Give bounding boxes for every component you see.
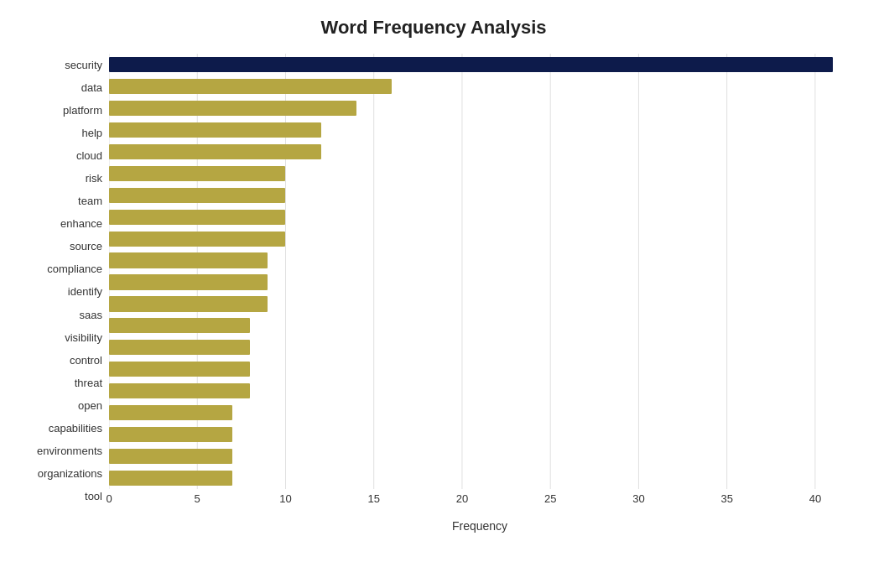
y-label-platform: platform — [63, 105, 102, 116]
y-label-compliance: compliance — [47, 263, 102, 274]
y-label-identify: identify — [68, 286, 102, 297]
x-tick-0: 0 — [106, 492, 112, 505]
bar-row-open — [109, 380, 850, 402]
bar-source — [109, 232, 285, 247]
bar-risk — [109, 166, 285, 181]
x-tick-20: 20 — [456, 492, 468, 505]
y-label-risk: risk — [86, 173, 102, 184]
x-tick-25: 25 — [544, 492, 556, 505]
bar-row-tool — [109, 467, 850, 489]
bar-help — [109, 122, 321, 138]
bar-visibility — [109, 318, 250, 333]
bar-control — [109, 340, 250, 355]
y-label-threat: threat — [75, 377, 102, 388]
x-tick-10: 10 — [279, 492, 291, 505]
y-label-visibility: visibility — [65, 332, 102, 343]
chart-title: Word Frequency Analysis — [17, 17, 850, 39]
bar-platform — [109, 101, 356, 116]
bar-tool — [109, 471, 232, 486]
y-label-data: data — [81, 82, 102, 93]
y-label-security: security — [65, 60, 102, 70]
x-axis: 0510152025303540 — [109, 492, 850, 516]
x-tick-35: 35 — [720, 492, 732, 505]
bar-row-risk — [109, 163, 850, 185]
bar-row-threat — [109, 358, 850, 380]
bar-row-environments — [109, 424, 850, 445]
y-label-control: control — [70, 355, 102, 366]
bar-row-control — [109, 336, 850, 358]
bar-row-capabilities — [109, 402, 850, 424]
y-label-capabilities: capabilities — [49, 423, 102, 434]
bar-row-data — [109, 75, 850, 97]
x-tick-5: 5 — [195, 492, 200, 505]
bar-saas — [109, 296, 268, 311]
bar-row-compliance — [109, 250, 850, 272]
bar-organizations — [109, 449, 232, 464]
bar-identify — [109, 274, 268, 289]
bar-row-enhance — [109, 206, 850, 228]
bar-cloud — [109, 144, 321, 159]
bar-data — [109, 79, 392, 94]
bar-row-cloud — [109, 141, 850, 163]
y-label-team: team — [78, 195, 102, 206]
bar-row-organizations — [109, 445, 850, 467]
bar-row-source — [109, 228, 850, 250]
x-axis-label: Frequency — [109, 519, 850, 533]
y-label-open: open — [78, 400, 102, 411]
y-label-cloud: cloud — [76, 150, 102, 161]
bar-row-identify — [109, 272, 850, 294]
y-label-saas: saas — [80, 310, 102, 320]
y-label-tool: tool — [85, 491, 102, 502]
bar-row-platform — [109, 97, 850, 119]
bar-row-visibility — [109, 315, 850, 336]
bar-open — [109, 383, 250, 398]
x-tick-15: 15 — [367, 492, 379, 505]
bar-compliance — [109, 252, 268, 268]
bar-threat — [109, 362, 250, 377]
bar-team — [109, 188, 285, 203]
bar-capabilities — [109, 405, 232, 420]
bar-row-security — [109, 54, 850, 75]
bar-environments — [109, 427, 232, 442]
y-axis-labels: securitydataplatformhelpcloudriskteamenh… — [17, 54, 109, 533]
bar-row-saas — [109, 293, 850, 315]
bar-enhance — [109, 210, 285, 225]
y-label-source: source — [70, 241, 102, 252]
x-tick-40: 40 — [809, 492, 821, 505]
bar-row-team — [109, 185, 850, 206]
y-label-enhance: enhance — [60, 218, 102, 229]
y-label-organizations: organizations — [38, 468, 102, 479]
y-label-help: help — [81, 127, 102, 138]
chart-container: Word Frequency Analysis securitydataplat… — [0, 0, 884, 588]
y-label-environments: environments — [37, 445, 102, 456]
bar-security — [109, 57, 833, 72]
bar-row-help — [109, 119, 850, 141]
x-tick-30: 30 — [632, 492, 644, 505]
